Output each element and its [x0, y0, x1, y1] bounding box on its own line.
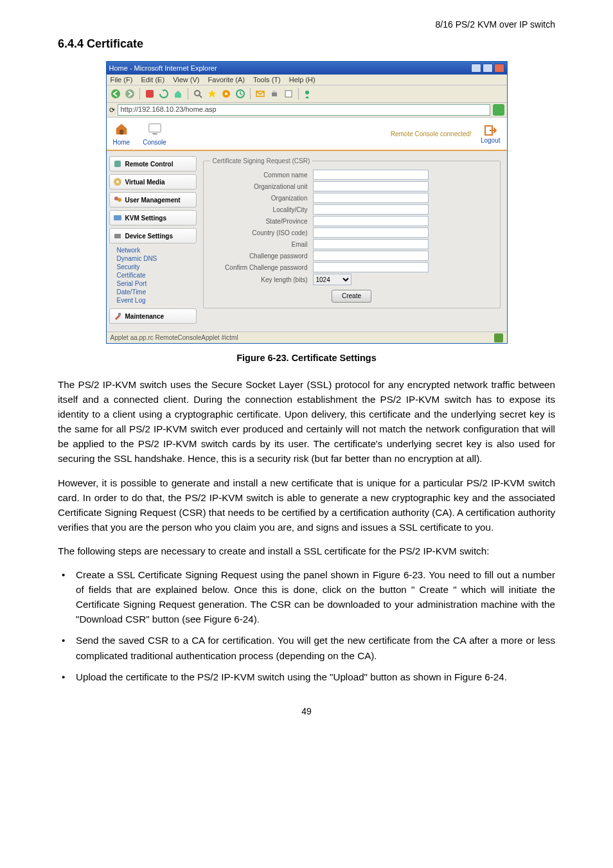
- favorites-icon[interactable]: [206, 87, 218, 100]
- window-title: Home - Microsoft Internet Explorer: [109, 64, 217, 72]
- sidebar-item-device-settings[interactable]: Device Settings: [109, 228, 197, 244]
- subitem-security[interactable]: Security: [112, 263, 197, 271]
- home-icon: [113, 121, 130, 137]
- sidebar-item-label: KVM Settings: [125, 215, 166, 222]
- svg-rect-23: [118, 313, 121, 315]
- csr-fieldset: Certificate Signing Request (CSR) Common…: [203, 157, 501, 308]
- svg-rect-21: [114, 215, 121, 220]
- bullet-1: Create a SSL Certificate Signing Request…: [58, 567, 555, 626]
- sidebar-item-user-management[interactable]: User Management: [109, 192, 197, 208]
- menu-help[interactable]: Help (H): [289, 76, 315, 84]
- label-key-length: Key length (bits): [210, 276, 313, 283]
- input-organization[interactable]: [313, 193, 429, 203]
- sidebar-item-label: User Management: [125, 197, 181, 204]
- figure-caption: Figure 6-23. Certificate Settings: [58, 353, 555, 363]
- subitem-event-log[interactable]: Event Log: [112, 296, 197, 305]
- input-common-name[interactable]: [313, 170, 429, 180]
- home-nav[interactable]: Home: [113, 121, 130, 146]
- maintenance-icon: [112, 311, 123, 321]
- sidebar-item-label: Virtual Media: [125, 179, 165, 186]
- window-maximize-icon[interactable]: [483, 64, 493, 73]
- toolbar-separator: [298, 88, 299, 100]
- app-header: Home Console Remote Console connected! L…: [107, 118, 507, 151]
- label-country: Country (ISO code): [210, 229, 313, 236]
- sidebar-item-maintenance[interactable]: Maintenance: [109, 308, 197, 324]
- select-key-length[interactable]: 1024: [313, 274, 351, 285]
- window-close-icon[interactable]: [494, 64, 504, 73]
- address-bar: ⟳ http://192.168.10.23/home.asp: [107, 103, 507, 118]
- label-state: State/Province: [210, 218, 313, 225]
- search-icon[interactable]: [191, 87, 204, 100]
- logout-nav[interactable]: Logout: [481, 124, 501, 144]
- svg-point-18: [116, 181, 119, 183]
- subitem-date-time[interactable]: Date/Time: [112, 288, 197, 296]
- forward-icon[interactable]: [123, 87, 136, 100]
- input-country[interactable]: [313, 227, 429, 238]
- input-email[interactable]: [313, 239, 429, 249]
- browser-statusbar: Applet aa.pp.rc RemoteConsoleApplet #ict…: [107, 332, 507, 343]
- address-label: ⟳: [109, 106, 115, 114]
- label-org-unit: Organizational unit: [210, 183, 313, 190]
- go-button[interactable]: [493, 104, 504, 116]
- input-state[interactable]: [313, 216, 429, 226]
- messenger-icon[interactable]: [302, 87, 315, 100]
- input-org-unit[interactable]: [313, 181, 429, 191]
- bullet-2: Send the saved CSR to a CA for certifica…: [58, 633, 555, 662]
- sidebar-item-label: Remote Control: [125, 161, 173, 168]
- menu-tools[interactable]: Tools (T): [253, 76, 281, 84]
- svg-point-3: [195, 91, 200, 96]
- mail-icon[interactable]: [254, 87, 267, 100]
- media-icon[interactable]: [220, 87, 233, 100]
- svg-point-20: [118, 198, 121, 202]
- toolbar-separator: [188, 88, 188, 100]
- console-icon: [147, 121, 163, 137]
- sidebar-item-virtual-media[interactable]: Virtual Media: [109, 174, 197, 190]
- address-input[interactable]: http://192.168.10.23/home.asp: [118, 104, 490, 116]
- label-organization: Organization: [210, 195, 313, 202]
- sidebar-item-label: Device Settings: [125, 233, 173, 240]
- stop-icon[interactable]: [143, 87, 156, 100]
- create-button[interactable]: Create: [332, 290, 371, 303]
- svg-point-6: [225, 93, 227, 95]
- home-toolbar-icon[interactable]: [172, 87, 184, 100]
- section-heading: 6.4.4 Certificate: [58, 37, 555, 51]
- svg-point-12: [305, 91, 309, 94]
- edit-icon[interactable]: [282, 87, 295, 100]
- remote-control-icon: [112, 159, 123, 169]
- menu-view[interactable]: View (V): [173, 76, 199, 84]
- subitem-certificate[interactable]: Certificate: [112, 271, 197, 279]
- svg-rect-9: [272, 93, 277, 96]
- bullet-3: Upload the certificate to the PS/2 IP-KV…: [58, 669, 555, 684]
- subitem-serial-port[interactable]: Serial Port: [112, 279, 197, 288]
- input-challenge[interactable]: [313, 251, 429, 261]
- logout-icon: [483, 124, 497, 137]
- refresh-icon[interactable]: [157, 87, 170, 100]
- menu-file[interactable]: File (F): [111, 76, 133, 84]
- subitem-network[interactable]: Network: [112, 246, 197, 254]
- browser-toolbar: [107, 85, 507, 103]
- kvm-settings-icon: [112, 213, 123, 223]
- window-buttons: [471, 64, 504, 73]
- window-titlebar: Home - Microsoft Internet Explorer: [107, 62, 507, 75]
- console-nav[interactable]: Console: [143, 121, 166, 146]
- user-management-icon: [112, 195, 123, 205]
- svg-rect-22: [114, 234, 121, 238]
- main-panel: Certificate Signing Request (CSR) Common…: [197, 151, 507, 332]
- virtual-media-icon: [112, 177, 123, 187]
- label-locality: Locality/City: [210, 206, 313, 213]
- csr-legend: Certificate Signing Request (CSR): [210, 157, 313, 164]
- statusbar-text: Applet aa.pp.rc RemoteConsoleApplet #ict…: [111, 334, 238, 341]
- history-icon[interactable]: [234, 87, 247, 100]
- input-locality[interactable]: [313, 204, 429, 215]
- sidebar-item-kvm-settings[interactable]: KVM Settings: [109, 210, 197, 226]
- header-product-label: 8/16 PS/2 KVM over IP switch: [58, 19, 555, 30]
- paragraph-1: The PS/2 IP-KVM switch uses the Secure S…: [58, 377, 555, 466]
- menu-edit[interactable]: Edit (E): [141, 76, 164, 84]
- subitem-dynamic-dns[interactable]: Dynamic DNS: [112, 254, 197, 263]
- back-icon[interactable]: [109, 87, 122, 100]
- input-confirm-challenge[interactable]: [313, 262, 429, 272]
- sidebar-item-remote-control[interactable]: Remote Control: [109, 156, 197, 172]
- menu-favorite[interactable]: Favorite (A): [208, 76, 245, 84]
- print-icon[interactable]: [268, 87, 281, 100]
- window-minimize-icon[interactable]: [471, 64, 481, 73]
